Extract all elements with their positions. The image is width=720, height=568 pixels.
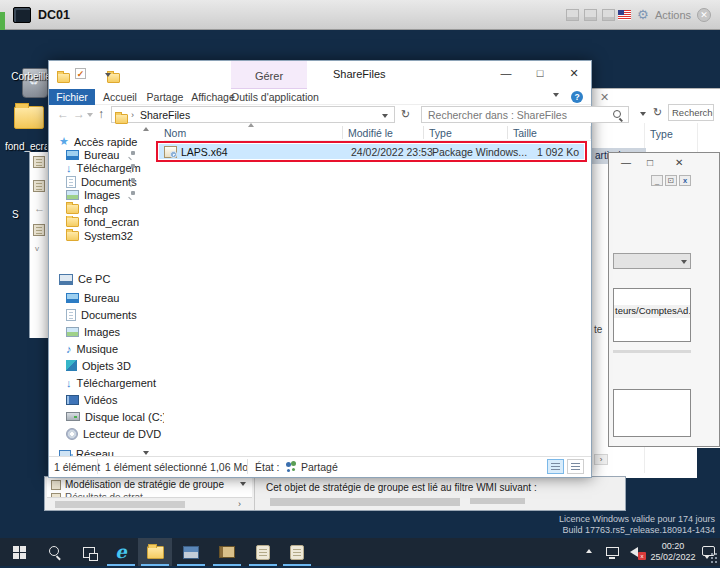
chevron-down-icon[interactable] bbox=[640, 112, 646, 116]
icons-view-button[interactable] bbox=[567, 459, 584, 474]
tree-item[interactable]: Modélisation de stratégie de groupe bbox=[51, 479, 224, 490]
desktop-folder-icon[interactable] bbox=[14, 106, 44, 129]
sidebar-item[interactable]: Images bbox=[49, 189, 164, 203]
quick-access-folder-icon[interactable] bbox=[57, 73, 70, 83]
column-divider[interactable] bbox=[423, 126, 424, 139]
gpo-icon[interactable] bbox=[33, 156, 45, 168]
maximize-icon[interactable]: □ bbox=[647, 157, 653, 168]
address-bar[interactable]: › ShareFiles bbox=[111, 106, 395, 123]
minimize-icon[interactable]: — bbox=[621, 157, 631, 168]
this-pc-section[interactable]: Ce PC bbox=[59, 273, 110, 285]
column-header-name[interactable]: Nom bbox=[164, 127, 186, 139]
sidebar-item[interactable]: Documents bbox=[49, 306, 164, 323]
file-row[interactable]: LAPS.x64 24/02/2022 23:53 Package Window… bbox=[159, 144, 584, 159]
dropdown-select[interactable] bbox=[613, 253, 691, 269]
mdi-restore-icon[interactable]: ⊡ bbox=[665, 175, 677, 186]
minimize-button[interactable]: — bbox=[491, 61, 521, 85]
tab-manage[interactable]: Gérer bbox=[231, 61, 307, 89]
tab-partage[interactable]: Partage bbox=[144, 89, 186, 105]
security-filter-listbox[interactable]: teurs/ComptesAd... bbox=[613, 288, 691, 342]
address-dropdown-icon[interactable] bbox=[382, 114, 388, 118]
sidebar-item[interactable]: Documents bbox=[49, 175, 164, 189]
sidebar-item[interactable]: Musique bbox=[49, 340, 164, 357]
tab-affichage[interactable]: Affichage bbox=[189, 89, 237, 105]
up-arrow-icon[interactable]: ↑ bbox=[98, 107, 104, 121]
tab-accueil[interactable]: Accueil bbox=[99, 89, 141, 105]
taskbar-ie[interactable]: e bbox=[104, 538, 138, 566]
pane-divider[interactable] bbox=[254, 477, 255, 510]
sidebar-item[interactable]: Bureau bbox=[49, 148, 164, 162]
listbox-item[interactable]: teurs/ComptesAd... bbox=[614, 305, 691, 318]
column-header-type[interactable]: Type bbox=[650, 128, 673, 140]
tray-clock[interactable]: 00:20 25/02/2022 bbox=[648, 541, 698, 563]
sidebar-item[interactable]: dhcp bbox=[49, 202, 164, 216]
scroll-right-button[interactable]: › bbox=[238, 499, 241, 509]
console-minimize-button[interactable] bbox=[566, 9, 579, 21]
back-arrow-icon[interactable]: ← bbox=[34, 202, 45, 214]
horizontal-scrollbar[interactable]: › bbox=[47, 497, 252, 510]
gear-icon[interactable]: ⚙ bbox=[637, 7, 649, 22]
mdi-minimize-icon[interactable]: _ bbox=[651, 175, 663, 186]
column-divider[interactable] bbox=[342, 126, 343, 139]
close-button[interactable]: ✕ bbox=[559, 61, 589, 85]
tab-fichier[interactable]: Fichier bbox=[49, 89, 95, 105]
wmi-dropdown-edge[interactable] bbox=[270, 498, 460, 506]
back-arrow-icon[interactable]: ← bbox=[57, 107, 69, 121]
column-header-modified[interactable]: Modifié le bbox=[348, 127, 393, 139]
scroll-down-button[interactable] bbox=[143, 451, 149, 455]
taskbar-file-explorer[interactable] bbox=[138, 538, 172, 566]
sidebar-item[interactable]: fond_ecran bbox=[49, 216, 164, 230]
console-titlebar[interactable]: DC01 ⚙ Actions ✕ bbox=[0, 0, 720, 30]
gpo-icon[interactable] bbox=[33, 224, 45, 236]
taskbar-search-button[interactable] bbox=[38, 538, 72, 566]
qat-dropdown-icon[interactable] bbox=[105, 73, 111, 77]
network-tray-icon[interactable] bbox=[606, 547, 619, 556]
chevron-down-icon[interactable]: v bbox=[35, 244, 39, 253]
scroll-down-button[interactable] bbox=[240, 482, 246, 486]
keyboard-layout-flag-icon[interactable] bbox=[618, 10, 631, 20]
column-header-type[interactable]: Type bbox=[429, 127, 452, 139]
taskbar-app-book[interactable] bbox=[210, 538, 244, 566]
details-view-button[interactable] bbox=[547, 459, 564, 474]
ribbon-collapse-icon[interactable] bbox=[553, 93, 559, 97]
sidebar-item[interactable]: Objets 3D bbox=[49, 357, 164, 374]
sidebar-item[interactable]: Vidéos bbox=[49, 391, 164, 408]
button-edge[interactable] bbox=[470, 498, 525, 504]
sidebar-item[interactable]: Téléchargem bbox=[49, 162, 164, 176]
properties-check-icon[interactable]: ✓ bbox=[75, 68, 86, 79]
close-icon[interactable]: ✕ bbox=[600, 91, 609, 104]
volume-icon[interactable] bbox=[630, 547, 638, 557]
start-button[interactable] bbox=[2, 538, 36, 566]
mdi-close-icon[interactable]: x bbox=[679, 175, 691, 186]
listbox[interactable] bbox=[613, 389, 691, 437]
column-divider[interactable] bbox=[507, 126, 508, 139]
search-icon[interactable] bbox=[613, 110, 623, 120]
tab-outils-application[interactable]: Outils d'application bbox=[231, 89, 319, 105]
console-restore-button[interactable] bbox=[602, 9, 615, 21]
task-view-button[interactable] bbox=[72, 538, 106, 566]
refresh-icon[interactable]: ↻ bbox=[653, 106, 662, 119]
scroll-right-button[interactable]: › bbox=[594, 454, 608, 465]
console-close-icon[interactable]: ✕ bbox=[697, 8, 711, 22]
actions-menu[interactable]: Actions bbox=[655, 9, 691, 21]
sidebar-item[interactable]: Téléchargement bbox=[49, 374, 164, 391]
history-dropdown-icon[interactable] bbox=[87, 113, 93, 117]
column-divider[interactable] bbox=[590, 126, 591, 139]
scrollbar-thumb[interactable] bbox=[55, 501, 185, 508]
sidebar-item[interactable]: Images bbox=[49, 323, 164, 340]
maximize-button[interactable]: □ bbox=[525, 61, 555, 85]
search-input[interactable]: Rechercher dans : ShareFiles bbox=[421, 106, 629, 123]
forward-arrow-icon[interactable]: → bbox=[73, 107, 85, 121]
help-icon[interactable]: ? bbox=[571, 91, 583, 103]
sidebar-item[interactable]: Lecteur de DVD bbox=[49, 425, 164, 442]
refresh-icon[interactable]: ↻ bbox=[401, 108, 410, 121]
breadcrumb-path[interactable]: ShareFiles bbox=[140, 109, 190, 121]
gpo-icon[interactable] bbox=[33, 180, 45, 192]
sidebar-item[interactable]: Bureau bbox=[49, 289, 164, 306]
sidebar-item[interactable]: Disque local (C:) bbox=[49, 408, 164, 425]
console-maximize-button[interactable] bbox=[584, 9, 597, 21]
quick-access-section[interactable]: Accès rapide bbox=[59, 135, 137, 148]
explorer-titlebar[interactable]: ✓ Gérer ShareFiles — □ ✕ bbox=[49, 61, 591, 89]
taskbar-gp-editor[interactable] bbox=[280, 538, 314, 566]
close-icon[interactable]: ✕ bbox=[675, 157, 683, 168]
